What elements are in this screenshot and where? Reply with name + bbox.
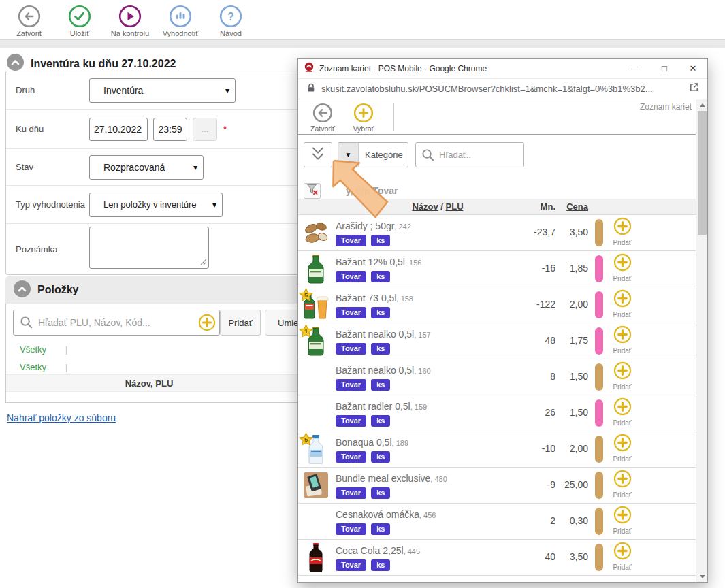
ku-dnu-date-input[interactable]	[89, 118, 148, 141]
product-plu: , 160	[414, 367, 430, 375]
ku-dnu-time-input[interactable]	[153, 118, 187, 141]
add-product-button[interactable]: Pridať	[609, 253, 636, 282]
product-row[interactable]: 5Bonaqua 0,5l, 189Tovarks-102,00Pridať	[298, 431, 696, 468]
add-button[interactable]: Pridať	[220, 310, 261, 336]
badge-ks: ks	[371, 487, 390, 499]
badge-tovar: Tovar	[336, 271, 366, 282]
add-product-button[interactable]: Pridať	[609, 217, 636, 246]
product-qty: 2	[496, 515, 555, 526]
back-arrow-icon	[8, 5, 50, 28]
add-product-button[interactable]: Pridať	[609, 506, 636, 535]
product-row[interactable]: Cesnaková omáčka, 456Tovarks20,30Pridať	[298, 504, 696, 540]
toolbar-button-save[interactable]: Uložiť	[59, 5, 101, 39]
product-row[interactable]: Bažant nealko 0,5l, 160Tovarks81,50Prida…	[298, 359, 696, 395]
window-close-icon[interactable]: ✕	[679, 59, 707, 78]
scrollbar-thumb[interactable]	[698, 111, 707, 235]
typ-vyhodnotenia-select[interactable]: Len položky v inventúre▾	[89, 193, 223, 217]
items-search-input[interactable]	[13, 310, 220, 336]
add-product-label: Pridať	[609, 311, 636, 318]
product-row[interactable]: Bažant 12% 0,5l, 156Tovarks-161,85Pridať	[298, 251, 696, 287]
product-name: Bažant nealko 0,5l	[336, 365, 414, 376]
toolbar-button-to-check[interactable]: Na kontrolu	[109, 5, 151, 39]
sort-by-name[interactable]: Názov	[412, 201, 438, 212]
window-minimize-icon[interactable]: —	[622, 59, 650, 78]
product-qty: -10	[496, 443, 555, 454]
product-badges: Tovarks	[336, 306, 395, 318]
badge-tovar: Tovar	[336, 523, 366, 535]
add-product-label: Pridať	[609, 455, 636, 463]
popup-url[interactable]: skusit.zavolatobsluhu.sk/POSUCMBrowser?c…	[321, 84, 689, 94]
products-table-header: Názov / PLU Mn. Cena	[298, 199, 696, 215]
toolbar-button-label: Zatvoriť	[305, 125, 340, 133]
product-row[interactable]: Coca Cola 2,25l, 445Tovarks403,50Pridať	[298, 540, 696, 576]
chart-icon	[159, 5, 202, 28]
product-row[interactable]: 5Bažant 73 0,5l, 158Tovarks-1222,00Prida…	[298, 287, 696, 323]
add-product-label: Pridať	[609, 419, 636, 427]
add-product-button[interactable]: Pridať	[609, 434, 636, 463]
druh-select[interactable]: Inventúra▾	[89, 78, 236, 103]
toolbar-button-evaluate[interactable]: Vyhodnotiť	[159, 5, 202, 39]
stav-select[interactable]: Rozpracovaná▾	[89, 155, 204, 180]
favorite-star-badge: 5	[299, 288, 313, 305]
all-filter-link[interactable]: Všetky|	[20, 362, 67, 372]
product-name: Coca Cola 2,25l	[336, 545, 404, 556]
stock-level-bar	[595, 255, 603, 282]
add-product-button[interactable]: Pridať	[609, 325, 636, 355]
add-item-plus-button[interactable]	[198, 314, 216, 334]
add-product-label: Pridať	[609, 527, 636, 535]
product-row[interactable]: Arašidy ; 50gr, 242Tovarks-23,73,50Prida…	[298, 215, 696, 251]
popup-toolbar-button-select[interactable]: Vybrať	[346, 103, 381, 133]
add-product-label: Pridať	[609, 564, 636, 571]
toolbar-button-close[interactable]: Zatvoriť	[8, 5, 50, 39]
all-filter-link[interactable]: Všetky|	[20, 344, 67, 355]
main-toolbar: ZatvoriťUložiťNa kontroluVyhodnotiť?Návo…	[0, 0, 725, 39]
product-row[interactable]: 1Bažant nealko 0,5l, 157Tovarks481,75Pri…	[298, 323, 696, 359]
collapse-chevron-icon	[14, 280, 31, 300]
add-product-button[interactable]: Pridať	[609, 289, 636, 318]
popup-title-bar[interactable]: Zoznam kariet - POS Mobile - Google Chro…	[298, 59, 707, 79]
toolbar-button-label: Návod	[210, 29, 252, 37]
expand-filters-button[interactable]	[304, 142, 332, 167]
upload-items-link[interactable]: Nahrať položky zo súboru	[7, 412, 116, 423]
product-qty: -9	[496, 479, 555, 490]
poznamka-textarea[interactable]	[89, 227, 209, 269]
popup-toolbar: Zoznam kariet ZatvoriťVybrať	[298, 99, 696, 135]
badge-tovar: Tovar	[336, 379, 366, 391]
add-product-button[interactable]: Pridať	[609, 470, 636, 499]
toolbar-button-manual[interactable]: ?Návod	[210, 5, 252, 39]
poznamka-label: Poznámka	[16, 244, 89, 255]
add-product-button[interactable]: Pridať	[609, 397, 636, 427]
druh-select-value: Inventúra	[103, 85, 143, 96]
product-row[interactable]: Bundle meal exclusive, 480Tovarks-925,00…	[298, 468, 696, 504]
stock-level-bar	[595, 436, 603, 463]
typ-vyhodnotenia-label: Typ vyhodnotenia	[16, 199, 89, 210]
scroll-down-button[interactable]	[696, 571, 707, 582]
product-price: 2,00	[562, 299, 588, 310]
toolbar-divider	[393, 103, 394, 131]
column-header-qty: Mn.	[502, 199, 555, 214]
sort-by-plu[interactable]: PLU	[446, 201, 464, 212]
badge-ks: ks	[371, 451, 390, 463]
product-plu: , 242	[394, 223, 410, 231]
product-row[interactable]: Bažant radler 0,5l, 159Tovarks261,50Prid…	[298, 395, 696, 431]
add-product-label: Pridať	[609, 239, 636, 246]
question-icon: ?	[210, 5, 252, 28]
scroll-up-button[interactable]	[696, 99, 707, 110]
badge-ks: ks	[371, 343, 390, 355]
product-plu: , 456	[419, 511, 436, 519]
product-price: 1,50	[562, 407, 588, 418]
window-maximize-icon[interactable]: □	[650, 59, 679, 78]
category-dropdown[interactable]: ▼ Kategórie	[338, 142, 408, 167]
product-qty: -122	[496, 299, 555, 310]
items-table-header-label: Názov, PLU	[6, 375, 292, 392]
clear-filter-button[interactable]	[304, 183, 321, 199]
open-in-new-icon[interactable]	[689, 82, 699, 95]
toolbar-button-label: Vybrať	[346, 125, 381, 133]
product-badges: Tovarks	[336, 558, 395, 571]
popup-toolbar-button-close[interactable]: Zatvoriť	[305, 103, 340, 133]
add-product-button[interactable]: Pridať	[609, 361, 636, 391]
column-header-price[interactable]: Cena	[562, 199, 588, 214]
ku-dnu-more-button[interactable]: ...	[193, 118, 217, 141]
product-badges: Tovarks	[336, 233, 395, 246]
add-product-button[interactable]: Pridať	[609, 542, 636, 571]
